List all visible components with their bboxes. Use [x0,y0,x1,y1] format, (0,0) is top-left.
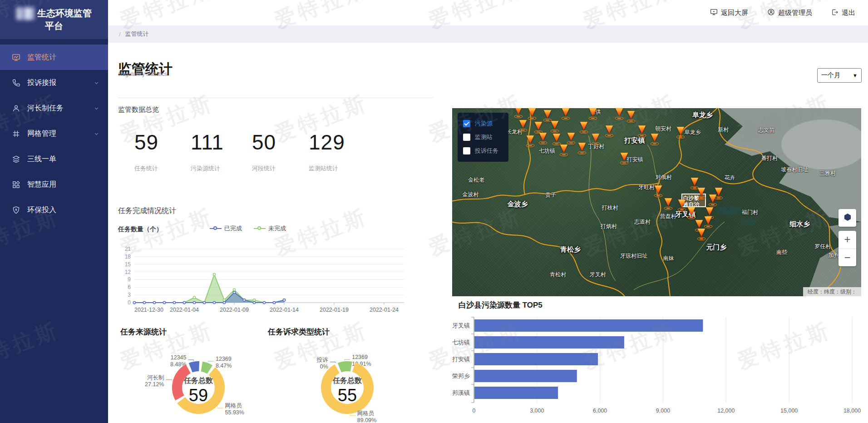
checkbox-icon[interactable] [463,134,470,141]
period-select[interactable]: 一个月 ▼ [817,68,862,83]
legend-label: 已完成 [224,224,242,233]
bar-荣邦乡 [474,370,577,382]
svg-text:2022-01-09: 2022-01-09 [220,307,249,313]
sidebar-menu: 监管统计 投诉接报 河长制任务 网格管理 三线一单 智慧应用 环保投入 [0,45,108,223]
sidebar-item-river-chief[interactable]: 河长制任务 [0,95,108,121]
pollution-source-marker[interactable] [558,144,569,157]
stat-value: 50 [252,130,316,154]
pollution-source-marker[interactable] [577,142,587,155]
svg-text:七坊镇: 七坊镇 [452,339,470,346]
sidebar-item-label: 环保投入 [27,205,100,215]
stat-monitor-stations: 129 监测站统计 [309,130,372,173]
sidebar-item-label: 智慧应用 [27,180,100,189]
svg-text:9,000: 9,000 [656,408,670,414]
sidebar-item-complaints[interactable]: 投诉接报 [0,70,108,95]
pollution-source-marker[interactable] [663,197,674,210]
svg-text:河长制27.12%: 河长制27.12% [145,374,164,388]
sidebar-item-label: 网格管理 [27,129,94,139]
svg-text:投诉0%: 投诉0% [316,357,329,370]
legend-item-未完成[interactable]: 未完成 [254,224,286,233]
stat-river-sections: 50 河段统计 [252,130,316,173]
map-basemap-button[interactable] [838,209,856,227]
stat-label: 监测站统计 [309,164,372,173]
svg-text:9: 9 [128,276,131,283]
map-zoom-control: + − [838,231,856,266]
zoom-in-button[interactable]: + [838,231,856,249]
pollution-source-marker[interactable] [653,184,664,198]
stat-pollution-sources: 111 污染源统计 [191,130,254,173]
pollution-source-marker[interactable] [538,131,548,145]
svg-text:0: 0 [473,408,476,414]
top-header: 返回大屏 超级管理员 退出 [108,0,868,25]
back-to-bigscreen-button[interactable]: 返回大屏 [710,8,748,17]
logo-image [16,7,35,20]
svg-text:3: 3 [128,292,131,298]
pollution-source-marker[interactable] [614,108,625,121]
user-icon [767,8,775,17]
apps-icon [12,180,21,189]
breadcrumb-separator: / [119,31,121,38]
pollution-source-marker[interactable] [703,215,714,229]
svg-text:12,000: 12,000 [717,408,735,414]
checkbox-icon[interactable] [463,120,470,127]
svg-text:2022-01-24: 2022-01-24 [370,307,399,313]
y-axis-name: 任务数量（个） [118,225,163,234]
map-layer-toggle-投诉任务[interactable]: 投诉任务 [463,144,503,158]
pollution-source-marker[interactable] [590,132,601,146]
legend-marker-icon [254,226,266,231]
sidebar-item-stats[interactable]: 监管统计 [0,45,108,70]
svg-text:6: 6 [128,284,131,290]
legend-item-已完成[interactable]: 已完成 [210,224,242,233]
person-icon [12,104,21,113]
checkbox-icon[interactable] [463,147,470,154]
pollution-source-marker[interactable] [676,198,687,212]
pollution-source-marker[interactable] [686,206,697,220]
current-user-menu[interactable]: 超级管理员 [767,8,812,17]
sidebar-item-env-investment[interactable]: 环保投入 [0,197,108,223]
pollution-source-marker[interactable] [578,120,589,134]
pollution-source-marker[interactable] [525,134,536,148]
donut-center-label: 任务总数 [183,377,213,384]
map-layer-toggle-监测站[interactable]: 监测站 [463,130,503,144]
map-container[interactable]: 朝供长龙村阜龙乡朝安村阜龙乡新村志文苗打安镇丁好村七坊镇打安镇对俄村番打村坡春村… [452,108,861,296]
svg-text:网格员89.09%: 网格员89.09% [357,410,376,423]
chevron-down-icon [94,80,100,86]
map-layer-toggle-污染源[interactable]: 污染源 [463,117,503,130]
bar-七坊镇 [474,336,624,348]
zoom-out-button[interactable]: − [838,249,856,267]
overview-title: 监管数据总览 [118,105,159,114]
pollution-source-marker[interactable] [675,126,686,139]
pollution-source-marker[interactable] [587,108,598,121]
grid-icon [12,129,21,138]
layer-label: 监测站 [475,133,493,141]
pollution-source-marker[interactable] [626,109,636,123]
donut-total-value: 55 [338,386,357,405]
sidebar-item-smart-apps[interactable]: 智慧应用 [0,172,108,197]
main-content: 监管统计 Regulatory statistics 一个月 ▼ 监管数据总览 … [108,43,868,423]
svg-text:21: 21 [125,246,131,252]
sidebar-item-label: 三线一单 [27,154,100,164]
logout-button[interactable]: 退出 [831,9,855,17]
svg-text:2022-01-04: 2022-01-04 [170,307,199,313]
app-logo: 生态环境监管 平台 [0,0,108,39]
pollution-source-marker[interactable] [696,228,707,241]
stat-value: 111 [191,130,254,154]
app-root: 生态环境监管 平台 监管统计 投诉接报 河长制任务 网格管理 三线一单 智慧应用… [0,0,868,423]
pollution-source-marker[interactable] [604,124,615,138]
stat-label: 河段统计 [252,164,316,173]
donut-center-label: 任务总数 [332,377,362,384]
sidebar: 生态环境监管 平台 监管统计 投诉接报 河长制任务 网格管理 三线一单 智慧应用… [0,0,108,423]
pollution-source-marker[interactable] [518,119,528,133]
pollution-source-marker[interactable] [560,108,571,121]
pollution-source-marker[interactable] [619,152,630,165]
pollution-source-marker[interactable] [696,187,707,200]
sidebar-item-grid[interactable]: 网格管理 [0,121,108,146]
pollution-source-marker[interactable] [549,120,560,134]
sidebar-item-three-lines[interactable]: 三线一单 [0,146,108,172]
pollution-source-marker[interactable] [713,187,724,200]
pollution-source-marker[interactable] [513,108,524,119]
layers-icon [12,154,21,164]
pollution-source-marker[interactable] [649,132,660,146]
breadcrumb-current[interactable]: 监管统计 [125,30,149,38]
pollution-source-marker[interactable] [636,124,647,138]
